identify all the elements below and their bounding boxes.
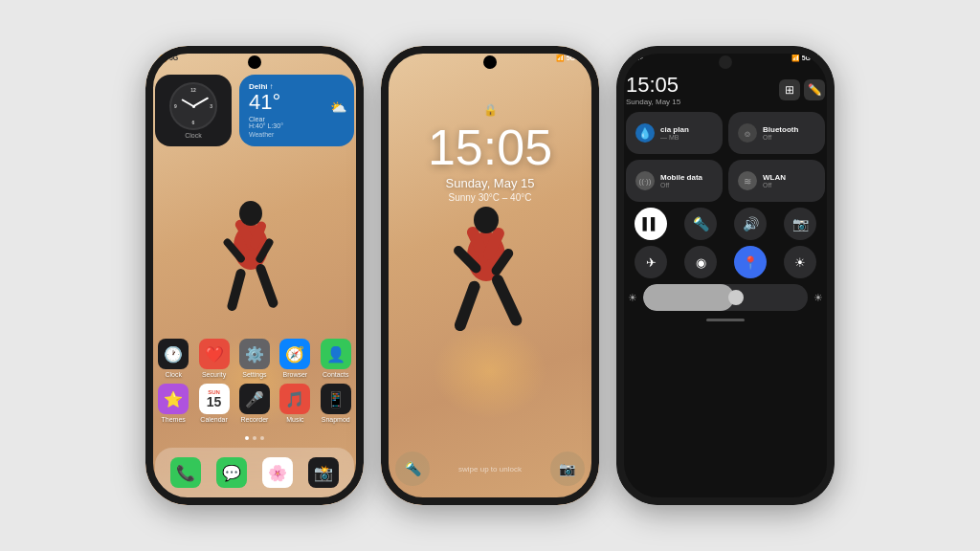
lockscreen-weather: Sunny 30°C – 40°C [381, 192, 599, 203]
lock-icon: 🔒 [483, 103, 498, 117]
location-btn[interactable]: 📍 [734, 246, 767, 278]
app-contacts[interactable]: 👤 Contacts [319, 339, 353, 378]
clock-widget-label: Clock [185, 132, 202, 139]
clock-center [192, 105, 195, 108]
cc-brightness-row: ☀ ☀ [626, 284, 825, 311]
app-grid-1: 🕐 Clock ❤️ Security ⚙️ Settings 🧭 Browse… [153, 339, 356, 429]
volume-btn[interactable]: 🔊 [734, 208, 767, 240]
app-snapmod-label: Snapmod [322, 416, 350, 423]
cc-icon-row-1: ▌▌ 🔦 🔊 📷 [626, 208, 825, 240]
punch-hole-2 [483, 55, 497, 69]
cc-tile-bluetooth-text: Bluetooth Off [763, 125, 815, 141]
app-clock-label: Clock [165, 371, 182, 378]
cc-tile-mobile-data[interactable]: ((·)) Mobile data Off [626, 160, 723, 202]
dock-photos[interactable]: 🌸 [260, 457, 295, 488]
phone-1-screen: 📶 5G 🔋 12 3 6 9 Clock Delhi [145, 46, 364, 505]
app-snapmod[interactable]: 📱 Snapmod [319, 384, 353, 423]
weather-hl: H:40° L:30° [249, 122, 345, 129]
app-security-label: Security [202, 371, 226, 378]
app-browser-label: Browser [283, 371, 308, 378]
home-indicator [706, 319, 745, 321]
cc-tile-wlan[interactable]: ≋ WLAN Off [728, 160, 825, 202]
bluetooth-icon: ⌾ [738, 123, 757, 143]
carrier-1: 📶 5G [159, 55, 178, 62]
weather-widget[interactable]: Delhi ↑ 41° Clear H:40° L:30° ⛅ Weather [239, 75, 354, 146]
dock-camera[interactable]: 📸 [306, 457, 341, 488]
app-clock[interactable]: 🕐 Clock [156, 339, 190, 378]
cloud-icon: ⛅ [330, 99, 346, 115]
app-calendar-label: Calendar [200, 416, 227, 423]
phone-3-screen: SA+ 📶 5G 🔋 15:05 Sunday, May 15 ⊞ ✏️ [616, 46, 835, 505]
phone-1: 📶 5G 🔋 12 3 6 9 Clock Delhi [145, 46, 364, 505]
flashlight-btn[interactable]: 🔦 [395, 452, 430, 486]
page-dots [245, 436, 264, 440]
carrier-3: SA+ [630, 55, 643, 61]
lockscreen-date: Sunday, May 15 [381, 176, 599, 190]
clock-widget[interactable]: 12 3 6 9 Clock [155, 75, 232, 146]
cc-header-icons: ⊞ ✏️ [779, 79, 825, 100]
cc-tile-wlan-text: WLAN Off [763, 173, 815, 188]
svg-rect-4 [226, 268, 246, 312]
mobile-data-sub: Off [660, 182, 713, 188]
wlan-icon: ≋ [738, 171, 757, 190]
app-themes-label: Themes [162, 416, 186, 423]
app-settings[interactable]: ⚙️ Settings [237, 339, 272, 378]
camera-btn[interactable]: 📷 [550, 452, 585, 486]
app-music[interactable]: 🎵 Music [278, 384, 312, 423]
cc-icon-row-2: ✈ ◉ 📍 ☀ [626, 246, 825, 278]
data-plan-title: cia plan [660, 125, 713, 134]
phone-2-screen: 📶 5G 🔋 🔒 15:05 Sunday, May 15 Sunny 30°C… [381, 46, 599, 505]
flashlight-btn-cc[interactable]: 🔦 [684, 208, 717, 240]
camera-btn-cc[interactable]: 📷 [784, 208, 816, 240]
phone-3: SA+ 📶 5G 🔋 15:05 Sunday, May 15 ⊞ ✏️ [616, 46, 835, 505]
svg-rect-5 [255, 263, 279, 310]
cc-time: 15:05 [626, 73, 680, 98]
cc-tile-data-text: cia plan — MB [660, 125, 713, 141]
app-row-1: 🕐 Clock ❤️ Security ⚙️ Settings 🧭 Browse… [153, 339, 356, 378]
swipe-hint: swipe up to unlock [458, 465, 522, 474]
dot-1 [245, 436, 249, 440]
airplane-btn[interactable]: ✈ [635, 246, 667, 278]
vibrate-btn[interactable]: ▌▌ [635, 208, 667, 240]
lockscreen-time: 15:05 Sunday, May 15 Sunny 30°C – 40°C [381, 122, 599, 203]
dock-phone[interactable]: 📞 [168, 457, 203, 488]
brightness-high-icon: ☀ [813, 292, 823, 304]
weather-condition: Clear [249, 116, 345, 122]
mobile-data-icon: ((·)) [635, 171, 655, 190]
cc-date: Sunday, May 15 [626, 98, 680, 106]
brightness-btn[interactable]: ☀ [784, 246, 816, 278]
punch-hole-1 [248, 55, 261, 69]
data-plan-icon: 💧 [635, 123, 655, 143]
battery-1: 🔋 [342, 55, 350, 62]
svg-rect-12 [453, 279, 481, 333]
dot-3 [260, 436, 264, 440]
app-settings-label: Settings [242, 371, 266, 378]
clock-face: 12 3 6 9 [169, 82, 217, 130]
clock-min-hand [193, 97, 209, 106]
app-themes[interactable]: ⭐ Themes [156, 384, 190, 423]
bluetooth-sub: Off [763, 134, 815, 141]
battery-2: 📶 5G 🔋 [556, 55, 586, 62]
cc-tiles-row2: ((·)) Mobile data Off ≋ WLAN Off [626, 160, 825, 202]
status-right-3: 📶 5G 🔋 [791, 55, 821, 62]
control-center: 15:05 Sunday, May 15 ⊞ ✏️ 💧 cia plan — [616, 67, 835, 505]
app-recorder[interactable]: 🎤 Recorder [237, 384, 272, 423]
brightness-low-icon: ☀ [628, 292, 637, 304]
app-browser[interactable]: 🧭 Browser [278, 339, 312, 378]
edit-icon[interactable]: ✏️ [804, 79, 825, 100]
weather-label: Weather [249, 131, 345, 138]
cc-tile-mobile-text: Mobile data Off [660, 173, 713, 188]
dock-messages[interactable]: 💬 [214, 457, 249, 488]
cc-tile-bluetooth[interactable]: ⌾ Bluetooth Off [728, 112, 825, 154]
data-plan-sub: — MB [660, 134, 713, 141]
cc-brightness-bar[interactable] [643, 284, 808, 311]
eye-btn[interactable]: ◉ [684, 246, 717, 278]
app-security[interactable]: ❤️ Security [197, 339, 232, 378]
wlan-sub: Off [763, 182, 815, 188]
lockscreen-time-main: 15:05 [381, 122, 599, 172]
dot-2 [253, 436, 256, 440]
app-grid-icon[interactable]: ⊞ [779, 79, 800, 100]
brightness-thumb [728, 290, 744, 305]
cc-tile-data-plan[interactable]: 💧 cia plan — MB [626, 112, 723, 154]
app-calendar[interactable]: Sun 15 Calendar [197, 384, 232, 423]
